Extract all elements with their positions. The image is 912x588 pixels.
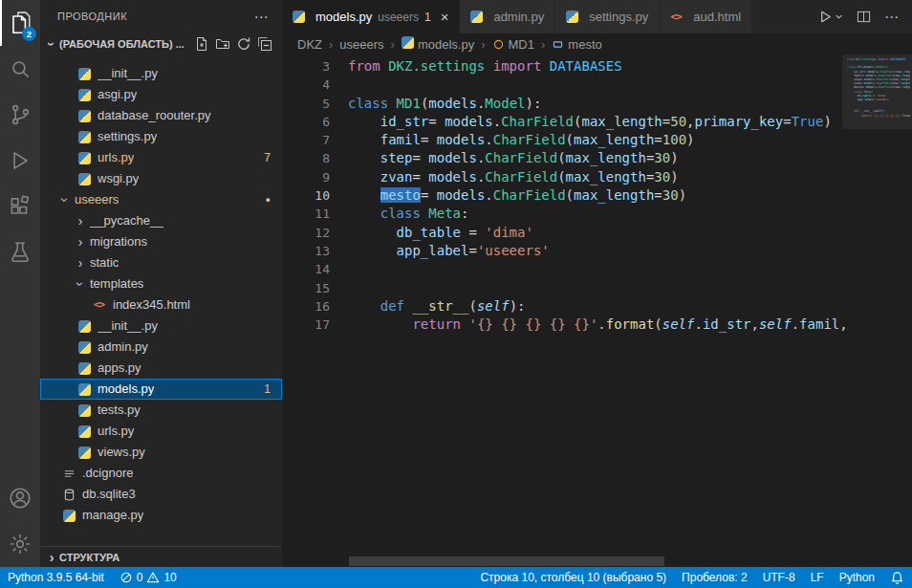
html-file-icon: <> (94, 294, 104, 316)
indentation-status[interactable]: Пробелов: 2 (674, 567, 755, 588)
tree-item-templates[interactable]: ›templates (40, 273, 282, 294)
language-mode[interactable]: Python (832, 567, 882, 588)
py-file-icon (566, 11, 578, 23)
refresh-icon[interactable] (236, 36, 251, 52)
encoding-status[interactable]: UTF-8 (755, 567, 803, 588)
code-line[interactable]: 5class MD1(models.Model): (282, 95, 849, 113)
tree-item-label: .dcignore (82, 463, 133, 484)
breadcrumb-item-MD1[interactable]: MD1 (492, 37, 534, 52)
code-line[interactable]: 4 (282, 76, 849, 94)
activity-item-explorer[interactable]: 2 (0, 0, 40, 46)
tab-admin.py[interactable]: admin.py (460, 0, 555, 33)
explorer-section-actions (194, 36, 282, 52)
tree-item-wsgi.py[interactable]: wsgi.py (40, 168, 282, 189)
code-line[interactable]: 6 id_str= models.CharField(max_length=50… (282, 113, 849, 131)
code-line[interactable]: 15 (282, 279, 849, 297)
activity-item-testing[interactable] (0, 229, 40, 275)
breadcrumb-item-models.py[interactable]: models.py (402, 36, 474, 52)
file-icon-cell (78, 89, 96, 101)
tree-item-__init__.py[interactable]: __init__.py (40, 316, 282, 337)
tree-item-index345.html[interactable]: <>index345.html (40, 294, 282, 316)
problems-status[interactable]: 0 10 (112, 567, 185, 588)
tree-item-.dcignore[interactable]: .dcignore (40, 463, 282, 484)
minimap-slider[interactable] (842, 54, 912, 129)
file-icon-cell (78, 446, 96, 459)
breadcrumb-item-DKZ[interactable]: DKZ (297, 37, 322, 52)
file-icon-cell (78, 362, 96, 375)
tree-item-label: admin.py (98, 337, 148, 358)
code-line[interactable]: 14 (282, 260, 849, 278)
tree-item-label: __init__.py (98, 63, 158, 84)
run-button[interactable] (818, 10, 843, 24)
code-line[interactable]: 10 mesto= models.CharField(max_length=30… (282, 186, 849, 205)
tree-item-label: __init__.py (98, 316, 158, 337)
tab-aud.html[interactable]: <>aud.html (660, 0, 752, 33)
split-editor-button[interactable] (857, 10, 871, 24)
more-actions-icon: ⋯ (884, 9, 899, 26)
code-line[interactable]: 3from DKZ.settings import DATABASES (282, 57, 849, 76)
tree-item-static[interactable]: ›static (40, 252, 282, 273)
tree-item-__pycache__[interactable]: ›__pycache__ (40, 210, 282, 231)
breadcrumb-separator-icon: › (391, 37, 395, 52)
tree-item-migrations[interactable]: ›migrations (40, 231, 282, 252)
code-line[interactable]: 11 class Meta: (282, 205, 849, 223)
tab-settings.py[interactable]: settings.py (555, 0, 660, 33)
tree-item-__init__.py[interactable]: __init__.py (40, 63, 282, 84)
code-line[interactable]: 17 return '{} {} {} {} {}'.format(self.i… (282, 316, 849, 334)
tree-item-views.py[interactable]: views.py (40, 442, 282, 463)
collapse-all-icon[interactable] (257, 36, 272, 52)
more-button[interactable]: ⋯ (884, 9, 899, 26)
code-area[interactable]: 3from DKZ.settings import DATABASES45cla… (282, 54, 849, 555)
tab-models.py[interactable]: models.pyuseeers1× (282, 0, 460, 33)
new-file-icon[interactable] (194, 36, 209, 52)
tree-item-db.sqlite3[interactable]: db.sqlite3 (40, 484, 282, 505)
notifications-bell[interactable] (882, 567, 912, 588)
code-line[interactable]: 12 db_table = 'dima' (282, 224, 849, 242)
tree-item-urls.py[interactable]: urls.py7 (40, 147, 282, 168)
eol-status[interactable]: LF (803, 567, 832, 588)
tree-item-models.py[interactable]: models.py1 (40, 379, 282, 400)
minimap[interactable]: from DKZ.settings import DATABASESclass … (842, 54, 912, 555)
cursor-position[interactable]: Строка 10, столбец 10 (выбрано 5) (472, 567, 674, 588)
breadcrumb-item-mesto[interactable]: mesto (552, 37, 601, 52)
tree-item-settings.py[interactable]: settings.py (40, 126, 282, 147)
close-icon[interactable]: × (441, 10, 449, 24)
py-file-icon (78, 341, 91, 354)
outline-section-header[interactable]: › СТРУКТУРА (40, 546, 282, 567)
python-interpreter[interactable]: Python 3.9.5 64-bit (0, 567, 112, 588)
line-text: app_label='useeers' (348, 242, 550, 260)
tree-item-asgi.py[interactable]: asgi.py (40, 84, 282, 105)
tree-item-manage.py[interactable]: manage.py (40, 505, 282, 526)
tree-item-tests.py[interactable]: tests.py (40, 400, 282, 421)
file-icon-cell (566, 11, 583, 23)
activity-item-run-debug[interactable] (0, 138, 40, 184)
tree-item-admin.py[interactable]: admin.py (40, 337, 282, 358)
activity-item-extensions[interactable] (0, 184, 40, 229)
new-folder-icon[interactable] (215, 36, 230, 52)
status-bar: Python 3.9.5 64-bit 0 10 Строка 10, стол… (0, 567, 912, 588)
workspace-section-header[interactable]: › (РАБОЧАЯ ОБЛАСТЬ) ... (40, 33, 282, 54)
tree-item-database_roouter.py[interactable]: database_roouter.py (40, 105, 282, 126)
code-line[interactable]: 13 app_label='useeers' (282, 242, 849, 260)
tree-item-urls.py[interactable]: urls.py (40, 421, 282, 442)
tree-item-label: apps.py (98, 358, 141, 379)
code-line[interactable]: 9 zvan= models.CharField(max_length=30) (282, 168, 849, 186)
file-icon-cell (63, 489, 80, 501)
breadcrumb-item-useeers[interactable]: useeers (339, 37, 383, 52)
activity-item-source-control[interactable] (0, 92, 40, 138)
more-actions-icon[interactable]: ⋯ (254, 0, 270, 33)
tree-item-label: manage.py (82, 505, 143, 526)
tree-item-apps.py[interactable]: apps.py (40, 358, 282, 379)
tree-item-useeers[interactable]: ›useeers● (40, 189, 282, 210)
code-line[interactable]: 8 step= models.CharField(max_length=30) (282, 149, 849, 167)
code-line[interactable]: 7 famil= models.CharField(max_length=100… (282, 131, 849, 149)
activity-item-settings[interactable] (0, 521, 40, 567)
py-file-icon (470, 11, 483, 23)
horizontal-scrollbar[interactable] (349, 556, 664, 566)
code-line[interactable]: 16 def __str__(self): (282, 297, 849, 316)
activity-item-account[interactable] (0, 475, 40, 521)
chevron-down-icon: › (54, 192, 76, 207)
activity-bar: 2 (0, 0, 40, 567)
activity-item-search[interactable] (0, 46, 40, 92)
py-file-icon (402, 36, 414, 49)
